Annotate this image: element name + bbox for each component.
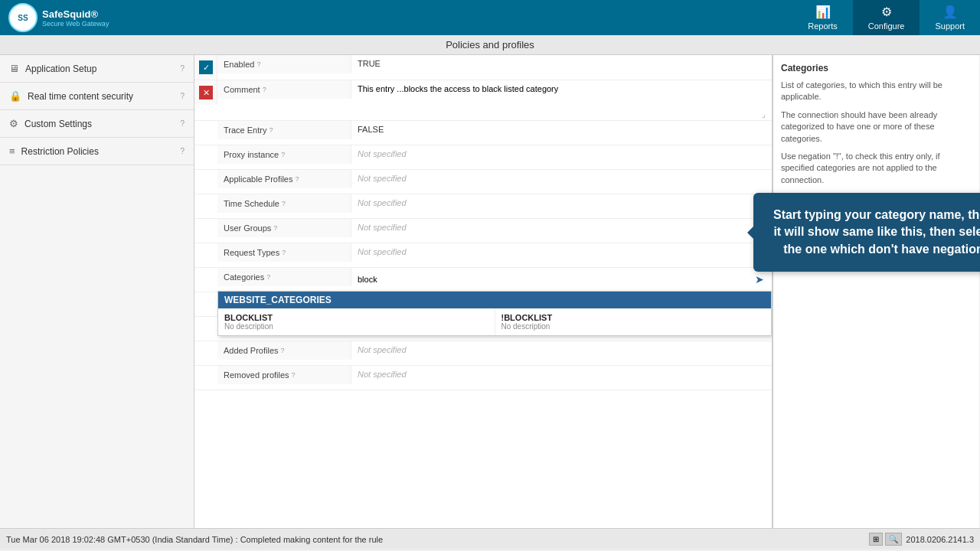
restriction-icon: ≡ — [9, 145, 15, 157]
removed-profiles-not-specified: Not specified — [358, 370, 407, 379]
status-icon-btn-2[interactable]: 🔍 — [885, 533, 902, 546]
option1-desc: No description — [224, 322, 488, 331]
dropdown-highlighted-item[interactable]: WEBSITE_CATEGORIES — [218, 292, 771, 308]
time-label: Time Schedule ? — [217, 194, 351, 213]
nav-buttons: 📊 Reports ⚙ Configure 👤 Support — [792, 0, 980, 35]
status-bar: Tue Mar 06 2018 19:02:48 GMT+0530 (India… — [0, 528, 980, 549]
removed-profiles-help: ? — [292, 371, 296, 379]
request-help-icon: ? — [282, 249, 286, 256]
sidebar-item-custom-settings[interactable]: ⚙ Custom Settings ? — [0, 110, 194, 138]
removed-profiles-value[interactable]: Not specified — [351, 366, 772, 383]
comment-left: ✕ — [194, 80, 217, 105]
removed-profiles-label: Removed profiles ? — [217, 366, 351, 384]
check-icon-box[interactable]: ✓ — [194, 55, 217, 80]
categories-panel: Categories List of categories, to which … — [773, 55, 979, 528]
configure-button[interactable]: ⚙ Configure — [853, 0, 920, 35]
main-layout: 🖥 Application Setup ? 🔒 Real time conten… — [0, 55, 980, 528]
application-setup-help: ? — [180, 64, 185, 73]
application-setup-icon: 🖥 — [9, 63, 19, 74]
reports-button[interactable]: 📊 Reports — [792, 0, 853, 35]
logo-area: SS SafeSquid® Secure Web Gateway — [8, 2, 109, 33]
left-icons: ✓ — [194, 55, 217, 80]
logo-icon: SS — [8, 2, 38, 33]
support-label: Support — [935, 21, 965, 31]
sidebar-label-realtime: Real time content security — [28, 91, 133, 102]
comment-label: Comment ? — [217, 80, 351, 99]
support-icon: 👤 — [942, 5, 958, 19]
top-navigation: SS SafeSquid® Secure Web Gateway 📊 Repor… — [0, 0, 980, 35]
categories-para-1: List of categories, to which this entry … — [781, 80, 972, 103]
brand-sub: Secure Web Gateway — [42, 20, 109, 28]
trace-entry-row: Trace Entry ? FALSE — [194, 121, 772, 145]
proxy-value[interactable]: Not specified — [351, 145, 772, 162]
proxy-help-icon: ? — [281, 151, 285, 158]
added-profiles-value[interactable]: Not specified — [351, 341, 772, 358]
applicable-profiles-row: Applicable Profiles ? Not specified — [194, 170, 772, 194]
added-profiles-help: ? — [281, 347, 285, 354]
categories-value[interactable]: ➤ WEBSITE_CATEGORIES BLOCKLIST No descri… — [351, 268, 772, 291]
status-bar-text: Tue Mar 06 2018 19:02:48 GMT+0530 (India… — [6, 535, 383, 544]
added-profiles-label: Added Profiles ? — [217, 341, 351, 360]
time-help-icon: ? — [282, 200, 286, 207]
realtime-help: ? — [180, 92, 185, 100]
configure-icon: ⚙ — [881, 5, 892, 19]
added-profiles-not-specified: Not specified — [358, 345, 407, 354]
proxy-instance-row: Proxy instance ? Not specified — [194, 145, 772, 170]
categories-dropdown: WEBSITE_CATEGORIES BLOCKLIST No descript… — [217, 291, 772, 336]
restriction-help: ? — [180, 147, 185, 155]
sidebar: 🖥 Application Setup ? 🔒 Real time conten… — [0, 55, 194, 528]
time-value[interactable]: Not specified — [351, 194, 772, 211]
user-value[interactable]: Not specified — [351, 219, 772, 236]
support-button[interactable]: 👤 Support — [920, 0, 980, 35]
status-icon-btn-1[interactable]: ⊞ — [869, 533, 883, 546]
request-value[interactable]: Not specified — [351, 243, 772, 260]
categories-help-icon: ? — [266, 273, 270, 281]
x-icon-box[interactable]: ✕ — [194, 80, 217, 105]
applicable-label: Applicable Profiles ? — [217, 170, 351, 188]
category-input-row: ➤ — [358, 272, 766, 287]
brand-name: SafeSquid® — [42, 8, 98, 20]
removed-profiles-row: Removed profiles ? Not specified — [194, 366, 772, 390]
time-not-specified: Not specified — [358, 198, 407, 207]
enabled-label: Enabled ? — [217, 55, 351, 73]
sidebar-label-application-setup: Application Setup — [25, 64, 96, 74]
send-icon[interactable]: ➤ — [753, 272, 766, 287]
enabled-row: ✓ Enabled ? TRUE — [194, 55, 772, 80]
sidebar-item-restriction-policies[interactable]: ≡ Restriction Policies ? — [0, 138, 194, 165]
dropdown-option-1[interactable]: BLOCKLIST No description — [218, 308, 495, 335]
comment-textarea[interactable]: This entry ...blocks the access to black… — [358, 84, 766, 115]
trace-help-icon: ? — [269, 126, 273, 134]
applicable-not-specified: Not specified — [358, 174, 407, 183]
enabled-value: TRUE — [351, 55, 772, 72]
sidebar-label-restriction: Restriction Policies — [21, 146, 99, 157]
user-groups-row: User Groups ? Not specified — [194, 219, 772, 243]
dropdown-option-2[interactable]: !BLOCKLIST No description — [495, 308, 772, 335]
categories-input[interactable] — [358, 275, 753, 284]
applicable-help-icon: ? — [296, 175, 299, 183]
page-title: Policies and profiles — [0, 35, 980, 55]
status-icons: ⊞ 🔍 — [869, 533, 902, 546]
applicable-value[interactable]: Not specified — [351, 170, 772, 187]
x-icon: ✕ — [199, 86, 213, 99]
sidebar-item-application-setup[interactable]: 🖥 Application Setup ? — [0, 55, 194, 83]
reports-label: Reports — [808, 21, 838, 31]
proxy-not-specified: Not specified — [358, 149, 407, 158]
resize-handle: ⌟ — [762, 110, 766, 119]
enabled-help-icon: ? — [256, 60, 260, 68]
added-profiles-row: Added Profiles ? Not specified — [194, 341, 772, 366]
reports-icon: 📊 — [815, 5, 831, 19]
tooltip-balloon: Start typing your category name, then it… — [753, 193, 980, 272]
svg-text:SS: SS — [18, 14, 28, 22]
comment-value[interactable]: This entry ...blocks the access to black… — [351, 80, 772, 120]
form-panel: ✓ Enabled ? TRUE ✕ Co — [194, 55, 773, 528]
option2-title: !BLOCKLIST — [501, 313, 766, 322]
dropdown-options: BLOCKLIST No description !BLOCKLIST No d… — [218, 308, 771, 335]
time-schedule-row: Time Schedule ? Not specified — [194, 194, 772, 219]
categories-para-3: Use negation "!", to check this entry on… — [781, 151, 972, 186]
sidebar-item-realtime-content[interactable]: 🔒 Real time content security ? — [0, 83, 194, 110]
status-bar-right: ⊞ 🔍 2018.0206.2141.3 — [869, 533, 974, 546]
categories-para-2: The connection should have been already … — [781, 109, 972, 145]
categories-label: Categories ? — [217, 268, 351, 286]
realtime-icon: 🔒 — [9, 90, 21, 102]
request-not-specified: Not specified — [358, 247, 407, 256]
